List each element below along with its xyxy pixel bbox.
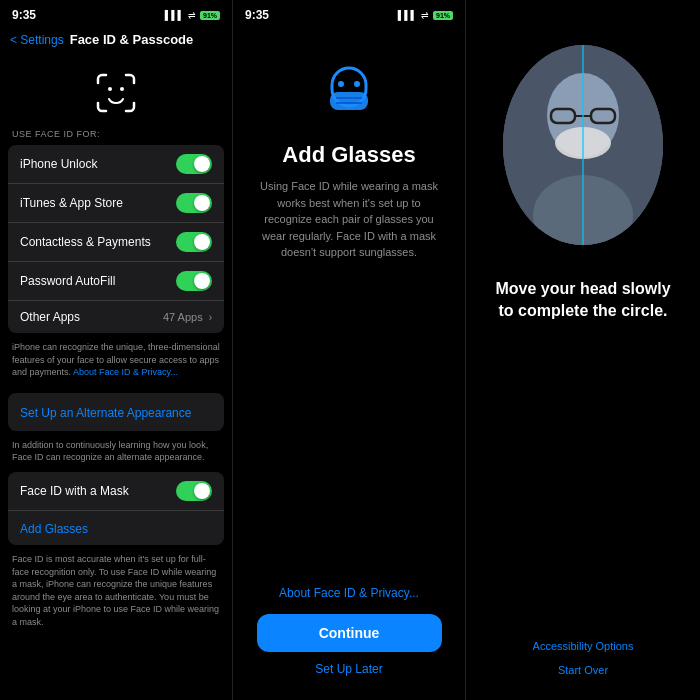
contactless-toggle[interactable] [176,232,212,252]
continue-button[interactable]: Continue [257,614,442,652]
add-glasses-title: Add Glasses [282,142,415,168]
start-over-link[interactable]: Start Over [558,664,608,676]
face-id-mask-toggle[interactable] [176,481,212,501]
chevron-right-icon: › [209,312,212,323]
accessibility-options-link[interactable]: Accessibility Options [533,640,634,652]
password-toggle[interactable] [176,271,212,291]
alternate-appearance-button[interactable]: Set Up an Alternate Appearance [8,393,224,431]
status-bar: 9:35 ▌▌▌ ⇌ 91% [0,0,232,28]
itunes-row[interactable]: iTunes & App Store [8,184,224,223]
p2-status-time: 9:35 [245,8,269,22]
face-scan-container [488,30,678,260]
p2-status-icons: ▌▌▌ ⇌ 91% [398,10,453,20]
alternate-appearance-label: Set Up an Alternate Appearance [20,406,191,420]
password-row[interactable]: Password AutoFill [8,262,224,301]
contactless-row[interactable]: Contactless & Payments [8,223,224,262]
iphone-unlock-label: iPhone Unlock [20,157,97,171]
face-id-mask-row[interactable]: Face ID with a Mask [8,472,224,511]
face-id-info: iPhone can recognize the unique, three-d… [0,333,232,387]
other-apps-right: 47 Apps › [163,311,212,323]
add-glasses-description: Using Face ID while wearing a mask works… [233,168,465,261]
status-icons: ▌▌▌ ⇌ 91% [165,10,220,20]
face-id-icon-container [0,53,232,129]
iphone-unlock-toggle[interactable] [176,154,212,174]
svg-point-4 [354,81,360,87]
p2-signal-icon: ▌▌▌ [398,10,417,20]
apps-count: 47 Apps [163,311,203,323]
setup-later-link[interactable]: Set Up Later [315,662,382,676]
alternate-appearance-info: In addition to continuously learning how… [0,435,232,472]
contactless-label: Contactless & Payments [20,235,151,249]
face-mask-icon-container [314,58,384,128]
svg-point-1 [120,87,124,91]
add-glasses-button[interactable]: Add Glasses [8,511,224,545]
itunes-toggle[interactable] [176,193,212,213]
svg-point-16 [495,37,671,253]
mask-bottom-info: Face ID is most accurate when it's set u… [0,549,232,639]
settings-panel: 9:35 ▌▌▌ ⇌ 91% < Settings Face ID & Pass… [0,0,233,700]
status-time: 9:35 [12,8,36,22]
page-title: Face ID & Passcode [70,32,194,47]
password-label: Password AutoFill [20,274,115,288]
p2-status-bar: 9:35 ▌▌▌ ⇌ 91% [233,0,465,28]
svg-point-0 [108,87,112,91]
nav-bar: < Settings Face ID & Passcode [0,28,232,53]
face-scan-panel: Move your head slowly to complete the ci… [466,0,700,700]
other-apps-row[interactable]: Other Apps 47 Apps › [8,301,224,333]
p2-battery-badge: 91% [433,11,453,20]
scan-ring [491,33,676,258]
svg-rect-5 [330,92,368,110]
settings-list: iPhone Unlock iTunes & App Store Contact… [8,145,224,333]
face-id-mask-label: Face ID with a Mask [20,484,129,498]
other-apps-label: Other Apps [20,310,80,324]
signal-icon: ▌▌▌ [165,10,184,20]
section-label: USE FACE ID FOR: [0,129,232,145]
iphone-unlock-row[interactable]: iPhone Unlock [8,145,224,184]
p2-wifi-icon: ⇌ [421,10,429,20]
itunes-label: iTunes & App Store [20,196,123,210]
face-mask-icon [314,58,384,128]
add-glasses-panel: 9:35 ▌▌▌ ⇌ 91% Add Glasses Using Face ID… [233,0,466,700]
face-id-icon [92,69,140,117]
back-button[interactable]: < Settings [10,33,64,47]
wifi-icon: ⇌ [188,10,196,20]
mask-section: Face ID with a Mask Add Glasses [8,472,224,545]
about-face-id-link[interactable]: About Face ID & Privacy... [73,367,178,377]
battery-badge: 91% [200,11,220,20]
scan-instruction: Move your head slowly to complete the ci… [466,260,700,323]
p2-about-face-id-link[interactable]: About Face ID & Privacy... [279,586,419,600]
svg-point-3 [338,81,344,87]
add-glasses-label: Add Glasses [20,522,88,536]
scan-ring-svg [491,33,676,258]
